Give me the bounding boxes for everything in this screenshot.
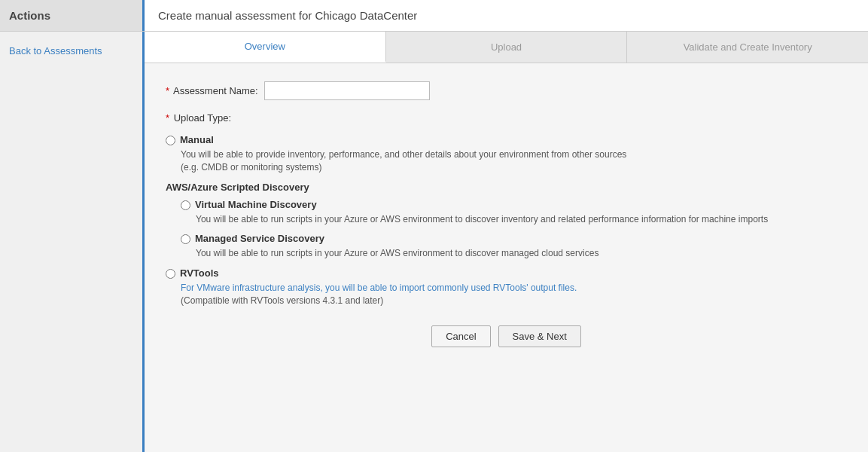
msd-option: Managed Service Discovery You will be ab… [181, 233, 847, 260]
manual-option-group: Manual You will be able to provide inven… [166, 134, 847, 174]
scripted-discovery-group: AWS/Azure Scripted Discovery Virtual Mac… [166, 182, 847, 261]
header-title: Create manual assessment for Chicago Dat… [145, 0, 431, 31]
msd-option-title[interactable]: Managed Service Discovery [195, 233, 324, 244]
assessment-name-label: * Assessment Name: [166, 85, 258, 96]
scripted-discovery-title: AWS/Azure Scripted Discovery [166, 182, 847, 193]
rvtools-option-group: RVTools For VMware infrastructure analys… [166, 267, 847, 307]
vmd-radio[interactable] [181, 200, 190, 210]
vmd-option-title[interactable]: Virtual Machine Discovery [195, 199, 317, 210]
manual-option-desc: You will be able to provide inventory, p… [181, 148, 847, 174]
tabs-bar: Overview Upload Validate and Create Inve… [145, 32, 868, 63]
manual-radio-row: Manual [166, 134, 847, 145]
rvtools-option-desc: For VMware infrastructure analysis, you … [181, 282, 847, 307]
upload-type-label: * Upload Type: [166, 112, 847, 124]
save-next-button[interactable]: Save & Next [498, 325, 581, 347]
vmd-option-desc: You will be able to run scripts in your … [196, 213, 847, 226]
content-area: Overview Upload Validate and Create Inve… [145, 32, 868, 452]
rvtools-option-title[interactable]: RVTools [180, 267, 219, 279]
msd-radio-row: Managed Service Discovery [181, 233, 847, 244]
form-area: * Assessment Name: * Upload Type: Manua [145, 63, 868, 377]
msd-radio[interactable] [181, 234, 190, 244]
vmd-option: Virtual Machine Discovery You will be ab… [181, 199, 847, 226]
manual-radio[interactable] [166, 136, 175, 145]
tab-upload[interactable]: Upload [386, 32, 628, 63]
header: Actions Create manual assessment for Chi… [0, 0, 868, 32]
sidebar: Back to Assessments [0, 32, 145, 452]
assessment-name-input[interactable] [264, 81, 430, 100]
header-actions-label: Actions [0, 0, 145, 31]
back-to-assessments-link[interactable]: Back to Assessments [0, 39, 142, 63]
sub-options: Virtual Machine Discovery You will be ab… [181, 199, 847, 261]
manual-option-title[interactable]: Manual [180, 134, 214, 145]
assessment-name-row: * Assessment Name: [166, 81, 847, 100]
rvtools-radio-row: RVTools [166, 267, 847, 279]
tab-overview[interactable]: Overview [145, 32, 386, 63]
rvtools-radio[interactable] [166, 269, 175, 279]
actions-title: Actions [9, 9, 50, 22]
msd-option-desc: You will be able to run scripts in your … [196, 247, 847, 260]
button-row: Cancel Save & Next [166, 325, 847, 362]
main-layout: Back to Assessments Overview Upload Vali… [0, 32, 868, 452]
vmd-radio-row: Virtual Machine Discovery [181, 199, 847, 210]
tab-validate[interactable]: Validate and Create Inventory [627, 32, 868, 63]
cancel-button[interactable]: Cancel [431, 325, 490, 347]
